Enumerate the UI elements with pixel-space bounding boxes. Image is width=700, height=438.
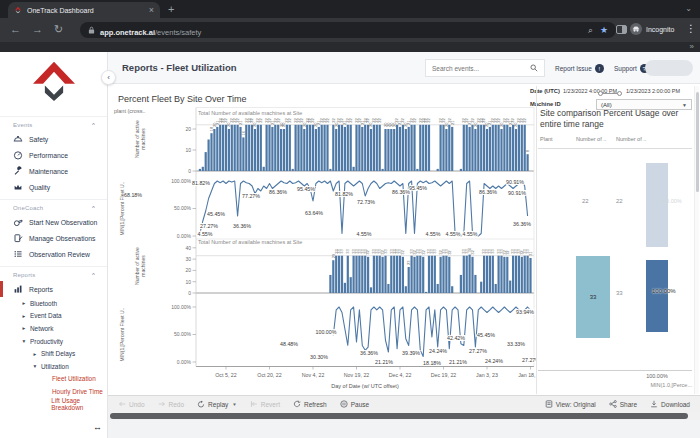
date-range-slider[interactable] <box>598 91 622 96</box>
svg-text:33: 33 <box>490 248 495 253</box>
svg-text:16: 16 <box>241 130 246 135</box>
svg-text:42.42%: 42.42% <box>447 335 465 341</box>
sidebar-item-performance[interactable]: Performance <box>0 147 107 163</box>
svg-text:Jan 18, 23: Jan 18, 23 <box>518 372 536 378</box>
tree-item-utilization[interactable]: ▾Utilization <box>0 360 107 373</box>
sidebar-item-maintenance[interactable]: Maintenance <box>0 163 107 179</box>
refresh-button[interactable]: Refresh <box>293 400 327 408</box>
section-header-reports[interactable]: Reports^ <box>0 266 107 281</box>
forward-icon[interactable]: → <box>32 23 43 36</box>
svg-text:22: 22 <box>299 118 304 123</box>
download-icon <box>650 400 658 408</box>
tree-item-shift-delays[interactable]: ▸Shift Delays <box>0 347 107 360</box>
omnibox-search-icon[interactable]: ⌕ <box>588 25 593 36</box>
svg-text:95.45%: 95.45% <box>409 185 427 191</box>
page-title: Reports - Fleet Utilization <box>122 62 237 73</box>
svg-text:22: 22 <box>496 118 501 123</box>
section-header-events[interactable]: Events^ <box>0 116 107 131</box>
tree-item-hourly-drive-time[interactable]: Hourly Drive Time <box>0 385 107 398</box>
svg-text:100.00%: 100.00% <box>316 329 337 335</box>
download-button[interactable]: Download <box>650 400 690 408</box>
address-bar[interactable]: app.onetrack.ai/events/safety ⌕ ★ <box>80 22 616 38</box>
slider-handle-left[interactable] <box>598 91 603 96</box>
svg-text:48.48%: 48.48% <box>280 341 298 347</box>
replay-button[interactable]: Replay ▼ <box>197 400 237 408</box>
sidebar-item-reports[interactable]: Reports <box>0 281 107 297</box>
share-button[interactable]: Share <box>609 400 637 408</box>
bookmarks-overflow-icon[interactable]: » <box>690 42 694 51</box>
column-header-number-2: Number of .. <box>616 136 646 142</box>
sidebar-nav: Events^SafetyPerformanceMaintenanceQuali… <box>0 116 107 410</box>
avatar[interactable] <box>645 60 693 76</box>
tab-search-chevron-icon[interactable]: ⌄ <box>685 4 692 13</box>
section-header-onecoach[interactable]: OneCoach^ <box>0 199 107 214</box>
browser-menu-icon[interactable]: ⋮ <box>686 23 696 34</box>
bookmark-star-icon[interactable]: ★ <box>600 25 608 35</box>
tree-item-productivity[interactable]: ▾Productivity <box>0 335 107 348</box>
svg-text:33.33%: 33.33% <box>507 341 525 347</box>
svg-text:22: 22 <box>511 118 516 123</box>
main-content: Reports - Fleet Utilization Report Issue… <box>108 52 700 438</box>
sidebar-item-start-new-observation[interactable]: Start New Observation <box>0 214 107 230</box>
redo-button[interactable]: Redo <box>158 400 185 408</box>
tab-close-icon[interactable]: × <box>149 6 154 15</box>
view-original-button[interactable]: View: Original <box>545 400 596 408</box>
clipboard-icon <box>13 233 23 243</box>
tree-item-event-data[interactable]: ▸Event Data <box>0 310 107 323</box>
sidebar-collapse-button[interactable]: ‹ <box>101 70 116 85</box>
new-tab-button[interactable]: + <box>168 3 174 16</box>
revert-icon <box>250 400 258 408</box>
row2-percent-bar[interactable] <box>646 260 668 332</box>
tree-item-network[interactable]: ▸Network <box>0 322 107 335</box>
svg-text:Dec 19, 22: Dec 19, 22 <box>431 372 457 378</box>
svg-text:27.27%: 27.27% <box>200 223 218 229</box>
undo-button[interactable]: Undo <box>118 400 145 408</box>
svg-text:90.91%: 90.91% <box>506 179 524 185</box>
side-panel-axis-tick: 100.00% <box>642 373 672 379</box>
svg-text:32: 32 <box>447 250 452 255</box>
svg-text:22: 22 <box>441 118 446 123</box>
search-input[interactable] <box>432 65 530 72</box>
browser-tab[interactable]: OneTrack Dashboard × <box>8 2 160 18</box>
sidebar-item-quality[interactable]: Quality <box>0 179 107 195</box>
side-panel-icon[interactable] <box>616 25 627 34</box>
tree-caret-icon: ▸ <box>21 325 27 331</box>
bottom-strip <box>108 420 700 438</box>
row2-machines-bar[interactable]: 33 <box>576 256 610 338</box>
horizontal-scrollbar-thumb[interactable] <box>110 413 688 419</box>
chevron-down-icon: ▼ <box>682 102 687 108</box>
row1-percent-label: 100.00% <box>660 198 682 204</box>
revert-button[interactable]: Revert <box>250 400 280 408</box>
svg-text:68.18%: 68.18% <box>124 192 142 198</box>
slider-handle-right[interactable] <box>617 91 622 96</box>
row2-machines-2: 33 <box>616 290 623 296</box>
pause-button[interactable]: Pause <box>340 400 369 408</box>
report-issue-link[interactable]: Report Issue ! <box>555 64 604 73</box>
svg-text:21: 21 <box>450 120 455 125</box>
svg-text:18.18%: 18.18% <box>423 360 441 366</box>
svg-text:22: 22 <box>250 118 255 123</box>
svg-text:72.73%: 72.73% <box>357 199 375 205</box>
view-icon <box>545 400 553 408</box>
support-link[interactable]: Support ? <box>614 64 649 73</box>
tree-item-fleet-utilization[interactable]: Fleet Utilization <box>0 373 107 386</box>
svg-text:21.21%: 21.21% <box>375 359 393 365</box>
horizontal-scrollbar[interactable] <box>108 412 700 420</box>
vertical-scrollbar[interactable] <box>694 86 699 394</box>
row1-percent-bar[interactable] <box>646 163 668 247</box>
svg-text:24.24%: 24.24% <box>429 348 447 354</box>
svg-text:Jan 3, 23: Jan 3, 23 <box>476 372 498 378</box>
search-box[interactable] <box>425 59 545 77</box>
sidebar-item-observation-review[interactable]: Observation Review <box>0 246 107 262</box>
reload-icon[interactable]: ↻ <box>54 23 63 36</box>
chart-icon <box>13 284 23 294</box>
vertical-scrollbar-thumb[interactable] <box>696 92 699 192</box>
replay-dropdown-icon[interactable]: ▼ <box>232 402 236 407</box>
sidebar-item-safety[interactable]: Safety <box>0 131 107 147</box>
fleet-utilization-chart[interactable]: Total Number of available machines at Si… <box>112 86 536 394</box>
tree-item-bluetooth[interactable]: ▸Bluetooth <box>0 297 107 310</box>
tree-item-lift-usage-breakdown[interactable]: Lift Usage Breakdown <box>0 398 107 411</box>
sidebar-item-manage-observations[interactable]: Manage Observations <box>0 230 107 246</box>
back-icon[interactable]: ← <box>10 23 21 36</box>
lock-icon <box>88 26 95 34</box>
